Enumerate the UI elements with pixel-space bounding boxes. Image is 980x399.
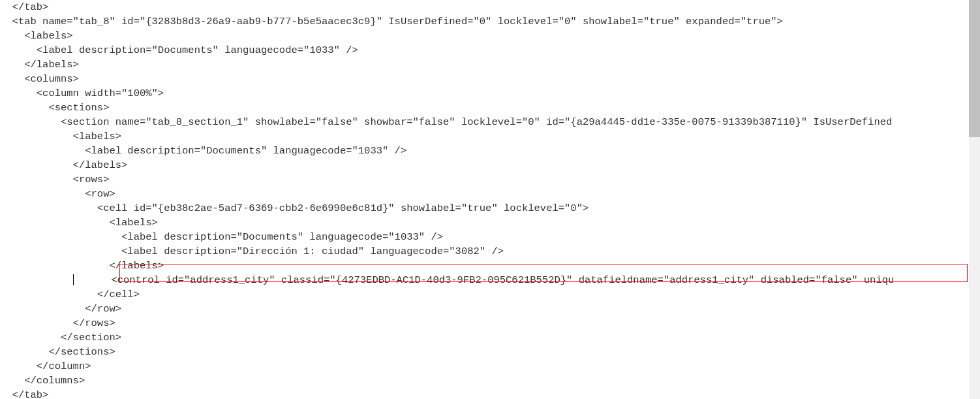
code-line: <label description="Documents" languagec… (0, 144, 980, 158)
text-cursor (73, 274, 74, 285)
highlight-rectangle (119, 264, 968, 282)
code-line: <tab name="tab_8" id="{3283b8d3-26a9-aab… (0, 14, 980, 29)
code-line: <sections> (0, 101, 980, 115)
code-line: </tab> (0, 388, 980, 399)
vertical-scrollbar-thumb[interactable] (969, 0, 980, 137)
code-line: <label description="Documents" languagec… (0, 43, 980, 57)
xml-code-block[interactable]: </tab> <tab name="tab_8" id="{3283b8d3-2… (0, 0, 980, 399)
code-line: </rows> (0, 316, 980, 330)
code-line: <label description="Documents" languagec… (0, 230, 980, 244)
code-line: </row> (0, 302, 980, 316)
code-line: <column width="100%"> (0, 86, 980, 101)
code-line: <labels> (0, 29, 980, 43)
code-line: </cell> (0, 287, 980, 302)
code-line: </column> (0, 359, 980, 374)
code-line: <section name="tab_8_section_1" showlabe… (0, 115, 980, 129)
code-line: <row> (0, 187, 980, 201)
code-line: <columns> (0, 72, 980, 86)
code-line: <labels> (0, 129, 980, 144)
code-line: </tab> (0, 0, 980, 14)
code-line: </columns> (0, 374, 980, 388)
code-line: </labels> (0, 57, 980, 72)
code-line: </sections> (0, 345, 980, 359)
vertical-scrollbar-track[interactable] (969, 0, 980, 399)
code-line: <labels> (0, 215, 980, 230)
code-line: <cell id="{eb38c2ae-5ad7-6369-cbb2-6e699… (0, 201, 980, 215)
code-line: <label description="Dirección 1: ciudad"… (0, 244, 980, 259)
code-line: </labels> (0, 158, 980, 172)
code-line: <rows> (0, 172, 980, 187)
code-line: </section> (0, 330, 980, 345)
